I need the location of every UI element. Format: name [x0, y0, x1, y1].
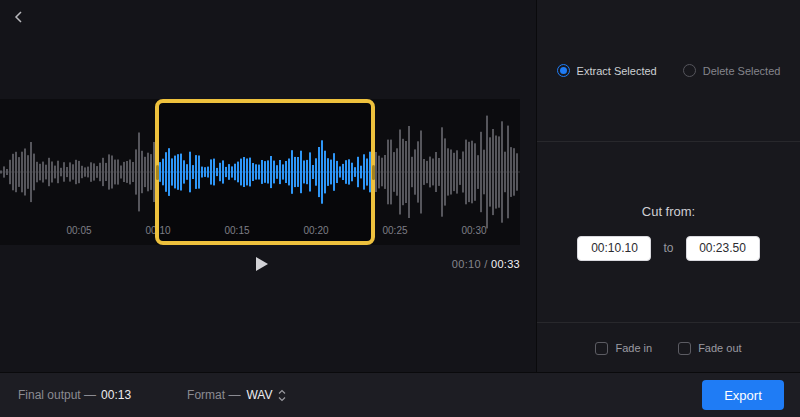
- radio-unchecked-icon: [683, 64, 696, 77]
- audio-cutter-app: 00:05 00:10 00:15 00:20 00:25 00:30 00:1…: [0, 0, 800, 417]
- final-output: Final output — 00:13: [18, 388, 131, 402]
- up-down-chevrons-icon: [278, 389, 286, 402]
- selection-handle-right[interactable]: [372, 165, 375, 180]
- total-duration: 00:33: [491, 258, 520, 270]
- checkbox-icon: [595, 342, 608, 355]
- cut-start-input[interactable]: [577, 236, 651, 261]
- fade-in-checkbox[interactable]: Fade in: [595, 342, 652, 355]
- current-time: 00:10: [452, 258, 481, 270]
- export-button[interactable]: Export: [702, 380, 784, 410]
- mode-section: Extract Selected Delete Selected: [537, 0, 800, 142]
- format-select[interactable]: Format — WAV: [187, 388, 286, 402]
- selection-region[interactable]: [155, 99, 375, 245]
- final-output-value: 00:13: [101, 388, 131, 402]
- fade-in-label: Fade in: [615, 342, 652, 354]
- selection-handle-left[interactable]: [156, 165, 159, 180]
- chevron-left-icon: [11, 9, 27, 25]
- play-button[interactable]: [249, 253, 271, 275]
- cut-section: Cut from: to: [537, 142, 800, 323]
- to-label: to: [663, 241, 673, 255]
- format-value: WAV: [246, 388, 272, 402]
- play-icon: [256, 257, 268, 271]
- transport-bar: 00:10 / 00:33: [0, 251, 520, 279]
- radio-checked-icon: [557, 64, 570, 77]
- fade-out-label: Fade out: [698, 342, 741, 354]
- radio-delete-selected[interactable]: Delete Selected: [683, 64, 781, 77]
- time-display: 00:10 / 00:33: [452, 258, 520, 270]
- cut-end-input[interactable]: [686, 236, 760, 261]
- fade-out-checkbox[interactable]: Fade out: [678, 342, 741, 355]
- format-label: Format —: [187, 388, 240, 402]
- radio-delete-label: Delete Selected: [703, 65, 781, 77]
- cut-from-label: Cut from:: [642, 204, 695, 219]
- radio-extract-label: Extract Selected: [577, 65, 657, 77]
- cut-range-row: to: [577, 236, 759, 261]
- settings-panel: Extract Selected Delete Selected Cut fro…: [536, 0, 800, 372]
- checkbox-icon: [678, 342, 691, 355]
- waveform-timeline[interactable]: 00:05 00:10 00:15 00:20 00:25 00:30: [0, 99, 520, 245]
- fade-section: Fade in Fade out: [537, 323, 800, 373]
- radio-extract-selected[interactable]: Extract Selected: [557, 64, 657, 77]
- footer-bar: Final output — 00:13 Format — WAV Export: [0, 372, 800, 417]
- final-output-label: Final output —: [18, 388, 96, 402]
- back-button[interactable]: [8, 6, 30, 28]
- time-separator: /: [484, 258, 487, 270]
